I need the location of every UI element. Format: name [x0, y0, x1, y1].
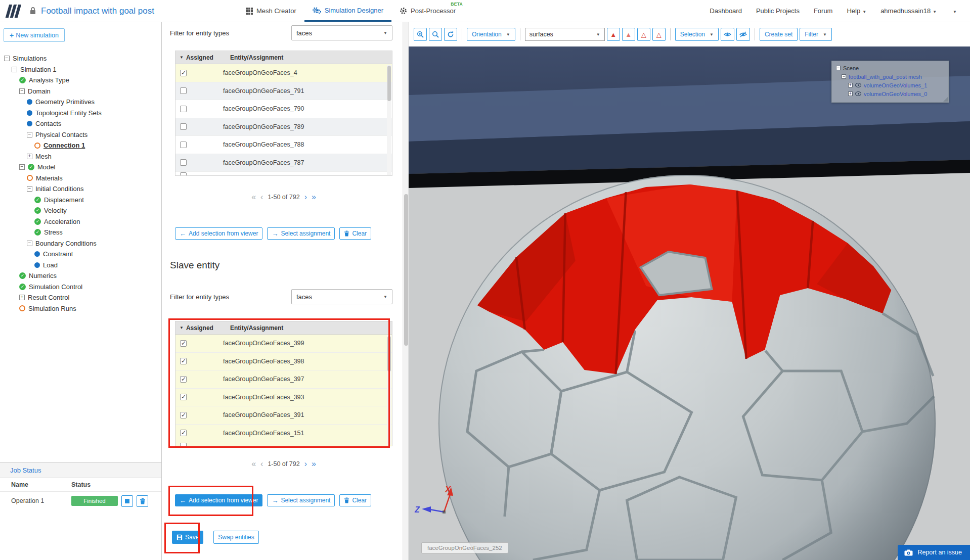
refresh-view-button[interactable] — [444, 28, 457, 41]
prev-page-button[interactable]: ‹ — [260, 193, 263, 201]
collapse-box-icon[interactable] — [4, 56, 10, 61]
entity-column-header[interactable]: Entity/Assignment — [230, 324, 283, 332]
tree-item-result-control[interactable]: Result Control — [0, 292, 161, 303]
tree-item-topological-entity-sets[interactable]: Topological Entity Sets — [0, 108, 161, 119]
add-selection-from-viewer-button-active[interactable]: ←Add selection from viewer — [175, 494, 262, 506]
selection-dropdown[interactable]: Selection▼ — [675, 28, 719, 41]
tree-item-initial-conditions[interactable]: Initial Conditions — [0, 183, 161, 195]
tree-item-materials[interactable]: Materials — [0, 173, 161, 184]
scene-tree-volume-1[interactable]: volumeOnGeoVolumes_1 — [835, 81, 945, 89]
entity-row[interactable]: faceGroupOnGeoFaces_393 — [175, 389, 392, 407]
swap-entities-button[interactable]: Swap entities — [213, 531, 258, 544]
entity-row[interactable]: faceGroupOnGeoFaces_790 — [175, 100, 392, 118]
tree-item-velocity[interactable]: Velocity — [0, 205, 161, 216]
tree-item-boundary-conditions[interactable]: Boundary Conditions — [0, 238, 161, 249]
visibility-eye-icon[interactable] — [855, 83, 861, 87]
entity-row[interactable]: faceGroupOnGeoFaces_787 — [175, 154, 392, 172]
row-checkbox[interactable] — [180, 394, 187, 400]
tab-post-processor[interactable]: Post-Processor BETA — [391, 0, 464, 22]
collapse-box-icon[interactable] — [12, 67, 17, 72]
collapse-icon[interactable] — [836, 66, 841, 70]
expand-box-icon[interactable] — [27, 154, 32, 159]
stop-job-button[interactable] — [121, 495, 133, 507]
tree-item-contacts[interactable]: Contacts — [0, 118, 161, 129]
user-menu[interactable]: ahmedhussain18▼ — [880, 7, 937, 15]
orientation-dropdown[interactable]: Orientation▼ — [467, 28, 515, 41]
entity-row[interactable]: faceGroupOnGeoFaces_789 — [175, 118, 392, 136]
slave-entity-type-select[interactable]: faces ▼ — [291, 289, 392, 304]
tree-item-simulation-runs[interactable]: Simulation Runs — [0, 303, 161, 314]
first-page-button[interactable]: « — [251, 460, 256, 468]
row-checkbox[interactable] — [180, 142, 187, 148]
scrollbar-thumb[interactable] — [387, 66, 391, 101]
next-page-button[interactable]: › — [304, 460, 307, 468]
tree-item-constraint[interactable]: Constraint — [0, 249, 161, 260]
collapse-box-icon[interactable] — [19, 88, 25, 94]
tree-item-stress[interactable]: Stress — [0, 227, 161, 238]
row-checkbox[interactable] — [180, 376, 187, 383]
tree-item-simulation-1[interactable]: Simulation 1 — [0, 64, 161, 75]
tree-item-displacement[interactable]: Displacement — [0, 195, 161, 206]
viewport-3d[interactable]: Scene football_with_goal_post mesh volum… — [409, 46, 970, 560]
expand-icon[interactable] — [848, 83, 853, 87]
row-checkbox[interactable] — [180, 123, 187, 130]
header-extra-dropdown[interactable]: ▼ — [951, 7, 957, 15]
next-page-button[interactable]: › — [304, 193, 307, 201]
tree-item-analysis-type[interactable]: Analysis Type — [0, 75, 161, 86]
entity-row-partial[interactable] — [175, 442, 392, 446]
save-button[interactable]: Save — [172, 531, 203, 544]
zoom-window-button[interactable] — [429, 28, 442, 41]
tree-item-model[interactable]: Model — [0, 162, 161, 173]
visibility-eye-icon[interactable] — [855, 91, 861, 96]
tree-item-domain[interactable]: Domain — [0, 86, 161, 97]
row-checkbox[interactable] — [180, 106, 187, 112]
collapse-box-icon[interactable] — [27, 132, 32, 137]
tree-item-simulation-control[interactable]: Simulation Control — [0, 282, 161, 293]
first-page-button[interactable]: « — [251, 193, 256, 201]
tree-item-geometry-primitives[interactable]: Geometry Primitives — [0, 97, 161, 108]
tree-item-load[interactable]: Load — [0, 260, 161, 271]
row-checkbox[interactable] — [180, 430, 187, 436]
nav-public-projects[interactable]: Public Projects — [756, 7, 800, 15]
scene-tree-overlay[interactable]: Scene football_with_goal_post mesh volum… — [831, 61, 949, 103]
tab-simulation-designer[interactable]: Simulation Designer — [304, 0, 391, 22]
entity-row[interactable]: faceGroupOnGeoFaces_4 — [175, 64, 392, 82]
table-scrollbar[interactable] — [387, 335, 391, 445]
report-an-issue-button[interactable]: Report an issue — [898, 545, 970, 560]
assigned-column-header[interactable]: ▼Assigned — [175, 324, 230, 332]
table-scrollbar[interactable] — [387, 65, 391, 175]
scene-tree-volume-0[interactable]: volumeOnGeoVolumes_0 — [835, 89, 945, 98]
tree-item-simulations[interactable]: Simulations — [0, 53, 161, 64]
tab-mesh-creator[interactable]: Mesh Creator — [238, 0, 304, 22]
tree-item-acceleration[interactable]: Acceleration — [0, 216, 161, 227]
scrollbar-thumb[interactable] — [404, 194, 408, 346]
clear-button[interactable]: Clear — [339, 227, 371, 240]
row-checkbox[interactable] — [180, 159, 187, 166]
entity-row[interactable]: faceGroupOnGeoFaces_399 — [175, 335, 392, 353]
tree-item-numerics[interactable]: Numerics — [0, 270, 161, 282]
entity-row[interactable]: faceGroupOnGeoFaces_788 — [175, 136, 392, 154]
collapse-box-icon[interactable] — [19, 164, 25, 170]
tree-item-physical-contacts[interactable]: Physical Contacts — [0, 129, 161, 141]
nav-dashboard[interactable]: Dashboard — [710, 7, 742, 15]
master-entity-type-select[interactable]: faces ▼ — [291, 25, 392, 40]
entity-row-partial[interactable] — [175, 172, 392, 176]
nav-forum[interactable]: Forum — [814, 7, 833, 15]
add-selection-from-viewer-button[interactable]: ←Add selection from viewer — [175, 227, 262, 240]
last-page-button[interactable]: » — [312, 193, 316, 201]
expand-box-icon[interactable] — [19, 295, 25, 300]
scrollbar-thumb[interactable] — [387, 336, 391, 371]
tree-item-connection-1[interactable]: Connection 1 — [0, 140, 161, 151]
prev-page-button[interactable]: ‹ — [260, 460, 263, 468]
entity-row[interactable]: faceGroupOnGeoFaces_791 — [175, 82, 392, 101]
assigned-column-header[interactable]: ▼Assigned — [175, 54, 230, 61]
row-checkbox[interactable] — [180, 443, 187, 447]
row-checkbox[interactable] — [180, 412, 187, 418]
create-set-button[interactable]: Create set — [760, 28, 798, 41]
render-mode-select[interactable]: surfaces ▼ — [525, 28, 605, 41]
tree-item-mesh[interactable]: Mesh — [0, 151, 161, 162]
help-dropdown[interactable]: Help▼ — [847, 7, 866, 15]
entity-row[interactable]: faceGroupOnGeoFaces_397 — [175, 370, 392, 389]
expand-icon[interactable] — [848, 91, 853, 96]
entity-row[interactable]: faceGroupOnGeoFaces_391 — [175, 406, 392, 425]
